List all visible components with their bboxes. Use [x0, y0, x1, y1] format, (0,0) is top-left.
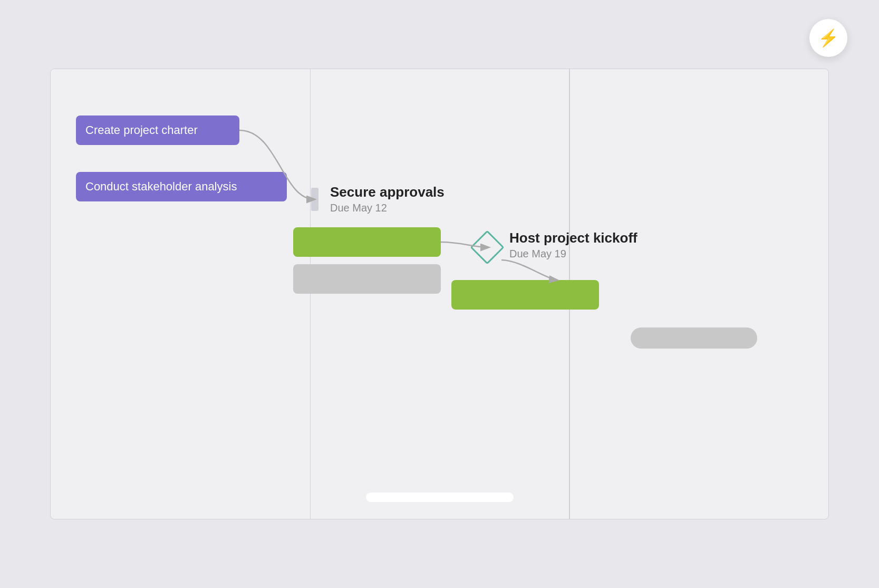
task-secure-approvals-label: Secure approvals Due May 12: [330, 184, 445, 214]
task-gray-bar-1[interactable]: [293, 264, 441, 294]
task-green-bar-1[interactable]: [293, 227, 441, 257]
lightning-icon: ⚡: [818, 28, 839, 48]
milestone-host-kickoff: [470, 230, 504, 264]
horizontal-scrollbar[interactable]: [366, 493, 514, 502]
task-create-charter-label: Create project charter: [85, 123, 198, 137]
task-conduct-stakeholder-analysis[interactable]: Conduct stakeholder analysis: [76, 172, 287, 201]
host-kickoff-due: Due May 19: [509, 248, 637, 260]
grid-line-1: [310, 69, 311, 519]
host-kickoff-title: Host project kickoff: [509, 230, 637, 246]
lightning-button[interactable]: ⚡: [809, 19, 847, 57]
gantt-chart: Create project charter Conduct stakehold…: [50, 69, 829, 519]
secure-approvals-title: Secure approvals: [330, 184, 445, 200]
task-green-bar-2[interactable]: [451, 280, 599, 310]
task-gray-bar-2[interactable]: [631, 327, 757, 349]
task-create-project-charter[interactable]: Create project charter: [76, 115, 239, 145]
secure-approvals-due: Due May 12: [330, 202, 445, 214]
task-stakeholder-label: Conduct stakeholder analysis: [85, 180, 237, 194]
task-host-kickoff-label: Host project kickoff Due May 19: [509, 230, 637, 260]
connector-pin: [311, 188, 318, 211]
